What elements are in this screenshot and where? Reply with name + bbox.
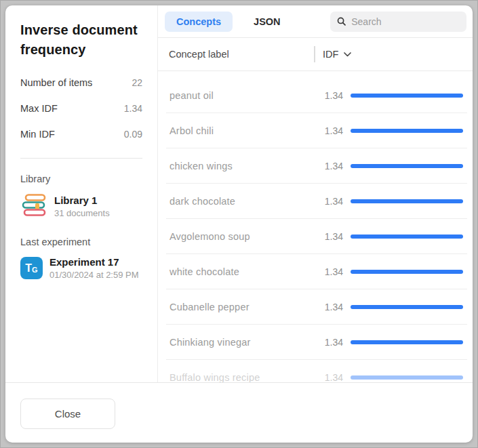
- concept-label: dark chocolate: [170, 196, 325, 207]
- idf-bar: [351, 199, 463, 203]
- tab-concepts[interactable]: Concepts: [165, 12, 233, 32]
- idf-bar-fill: [351, 270, 463, 274]
- experiment-text: Experiment 17 01/30/2024 at 2:59 PM: [49, 256, 139, 280]
- chevron-down-icon: [344, 52, 351, 57]
- column-header-idf: IDF: [323, 49, 338, 60]
- idf-bar: [351, 235, 463, 239]
- table-row: Cubanelle pepper1.34: [166, 289, 467, 325]
- experiment-badge-icon: TG: [20, 257, 43, 279]
- concept-label: chicken wings: [170, 161, 325, 171]
- column-header-concept-label: Concept label: [169, 49, 314, 60]
- concept-label: Cubanelle pepper: [170, 302, 325, 312]
- tab-json[interactable]: JSON: [242, 12, 292, 32]
- search-input[interactable]: [351, 16, 460, 27]
- stat-row: Max IDF1.34: [20, 103, 142, 114]
- experiment-item[interactable]: TG Experiment 17 01/30/2024 at 2:59 PM: [20, 256, 142, 280]
- tabs-row: ConceptsJSON: [158, 5, 473, 38]
- idf-bar: [351, 129, 463, 133]
- idf-value: 1.34: [325, 161, 343, 171]
- stat-label: Max IDF: [20, 103, 58, 114]
- library-section-label: Library: [20, 174, 142, 184]
- stat-label: Number of items: [20, 77, 92, 88]
- search-box[interactable]: [330, 12, 466, 32]
- table-row: Chinkiang vinegar1.34: [166, 325, 467, 360]
- table-row: chicken wings1.34: [166, 148, 467, 184]
- stat-value: 0.09: [124, 129, 142, 140]
- concept-label: Buffalo wings recipe: [170, 372, 325, 383]
- concept-label: Avgolemono soup: [170, 231, 325, 242]
- library-text: Library 1 31 documents: [54, 195, 110, 218]
- table-header: Concept label IDF: [158, 38, 473, 71]
- idf-bar-fill: [351, 375, 463, 380]
- footer: Close: [5, 382, 473, 443]
- idf-bar: [351, 270, 463, 274]
- idf-bar: [351, 305, 463, 309]
- idf-bar: [351, 94, 463, 98]
- dialog-body: Inverse document frequency Number of ite…: [5, 5, 473, 382]
- sidebar: Inverse document frequency Number of ite…: [5, 5, 158, 382]
- table-row: dark chocolate1.34: [166, 184, 467, 219]
- idf-bar: [351, 164, 463, 168]
- concept-label: Chinkiang vinegar: [170, 337, 325, 348]
- search-icon: [337, 16, 346, 26]
- stat-row: Number of items22: [20, 77, 142, 88]
- column-divider: [314, 46, 315, 62]
- idf-value: 1.34: [325, 337, 343, 348]
- idf-value: 1.34: [325, 372, 343, 383]
- concept-label: peanut oil: [170, 90, 325, 101]
- idf-bar: [351, 340, 463, 344]
- library-books-icon: [20, 193, 47, 219]
- idf-bar-fill: [351, 94, 463, 98]
- concept-label: Arbol chili: [170, 125, 325, 136]
- main-panel: ConceptsJSON Concept label IDF: [158, 5, 473, 382]
- library-item[interactable]: Library 1 31 documents: [20, 193, 142, 219]
- idf-dialog: Inverse document frequency Number of ite…: [5, 5, 473, 443]
- dialog-title: Inverse document frequency: [20, 20, 142, 60]
- idf-value: 1.34: [325, 90, 343, 101]
- idf-sort-dropdown[interactable]: IDF: [321, 46, 353, 62]
- idf-bar-fill: [351, 235, 463, 239]
- idf-bar-fill: [351, 340, 463, 344]
- idf-bar-fill: [351, 305, 463, 309]
- table-row: Buffalo wings recipe1.34: [166, 360, 467, 382]
- idf-bar-fill: [351, 129, 463, 133]
- badge-letter: G: [32, 266, 38, 274]
- stat-label: Min IDF: [20, 129, 55, 140]
- idf-bar-fill: [351, 164, 463, 168]
- concept-list[interactable]: peanut oil1.34Arbol chili1.34chicken win…: [158, 71, 473, 382]
- experiment-name: Experiment 17: [49, 256, 139, 268]
- experiment-meta: 01/30/2024 at 2:59 PM: [49, 270, 139, 280]
- tabs: ConceptsJSON: [165, 12, 292, 32]
- stat-row: Min IDF0.09: [20, 129, 142, 140]
- idf-value: 1.34: [325, 196, 343, 207]
- concept-label: white chocolate: [170, 266, 325, 277]
- experiment-section-label: Last experiment: [20, 237, 142, 247]
- stats-list: Number of items22Max IDF1.34Min IDF0.09: [20, 77, 142, 140]
- idf-bar-fill: [351, 199, 463, 203]
- idf-value: 1.34: [325, 231, 343, 242]
- sidebar-divider: [20, 158, 142, 159]
- idf-value: 1.34: [325, 266, 343, 277]
- library-meta: 31 documents: [54, 208, 110, 218]
- table-row: Avgolemono soup1.34: [166, 219, 467, 254]
- page-background: Inverse document frequency Number of ite…: [0, 0, 478, 448]
- idf-bar: [351, 375, 463, 380]
- table-row: white chocolate1.34: [166, 254, 467, 289]
- library-name: Library 1: [54, 195, 110, 206]
- stat-value: 22: [132, 77, 142, 88]
- idf-value: 1.34: [325, 302, 343, 312]
- table-row: peanut oil1.34: [166, 78, 467, 113]
- idf-value: 1.34: [325, 125, 343, 136]
- table-row: Arbol chili1.34: [166, 113, 467, 148]
- badge-letter: T: [25, 262, 32, 274]
- stat-value: 1.34: [124, 103, 142, 114]
- close-button[interactable]: Close: [20, 399, 115, 429]
